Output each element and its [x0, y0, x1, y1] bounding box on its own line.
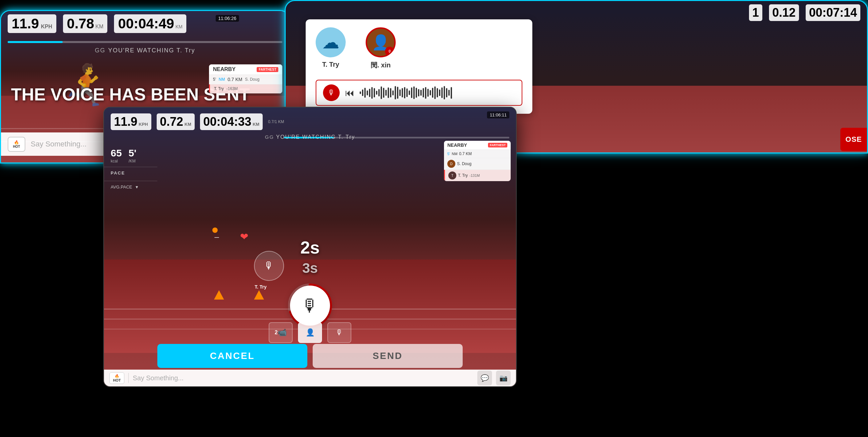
- main-time-box: 00:04:33 KM: [200, 113, 263, 130]
- mic-badge-icon: 🎙: [388, 49, 392, 54]
- right-time-box: 00:07:14: [806, 4, 860, 21]
- wave-bar: [385, 90, 387, 96]
- countdown-bottom: 3s: [302, 260, 318, 276]
- playback-panel: ☁ T. Try 👤 🎙 閔. xin 🎙 ⏮: [306, 19, 532, 114]
- wave-bar: [444, 86, 445, 99]
- main-flame-icon: 🔥: [115, 374, 119, 378]
- mic-record-btn[interactable]: 🎙: [290, 286, 330, 326]
- cloud-icon: ☁: [322, 32, 339, 52]
- cancel-button[interactable]: CANCEL: [157, 344, 307, 368]
- wave-bar: [446, 88, 447, 97]
- voice-action-icon: 🎙: [336, 328, 343, 337]
- minus-btn[interactable]: −: [214, 232, 219, 243]
- main-speed-box: 11.9 KPH: [111, 113, 151, 130]
- playback-user-xin: 👤 🎙 閔. xin: [366, 27, 396, 70]
- bottom-action-btns: 2 📹 👤 🎙: [269, 322, 351, 343]
- mic-button-container[interactable]: 🎙: [287, 282, 333, 329]
- main-timestamp: 11:06:11: [487, 111, 509, 118]
- left-hot-btn[interactable]: 🔥 HOT: [8, 137, 25, 152]
- wave-bar: [441, 87, 443, 98]
- right-num-box: 1: [749, 4, 762, 21]
- camera-num: 2: [275, 329, 278, 336]
- playback-mic-btn[interactable]: 🎙: [323, 84, 340, 101]
- main-nearby-item-1: 5' NM 0.7 KM: [444, 150, 511, 158]
- main-nearby-item-ttry: T T. Try -131M: [444, 170, 511, 181]
- main-say-input[interactable]: Say Something...: [133, 374, 473, 382]
- heart-icon: ❤: [240, 231, 248, 242]
- right-hud: 1 0.12 00:07:14: [749, 4, 860, 21]
- left-hud: 11.9 KPH 0.78 KM 00:04:49 KM: [8, 14, 282, 33]
- wave-bar: [425, 87, 426, 99]
- mic-active-badge: 🎙: [385, 47, 394, 56]
- wave-bar: [409, 90, 410, 95]
- wave-bar: [399, 89, 401, 96]
- chat-icon-btn[interactable]: 💬: [477, 371, 492, 385]
- send-button[interactable]: SEND: [313, 344, 463, 368]
- wave-bar: [378, 89, 380, 96]
- wave-bar: [434, 86, 436, 99]
- countdown-top: 2s: [300, 237, 320, 258]
- left-time-unit: KM: [175, 24, 182, 29]
- wave-bar: [392, 90, 394, 95]
- left-sidebar-stats: 65 kcal 5' /KM PACE AVG.PACE ▼: [104, 144, 157, 193]
- wave-bar: [360, 91, 361, 94]
- voice-action-btn[interactable]: 🎙: [327, 322, 351, 343]
- main-hot-btn[interactable]: 🔥 HOT: [109, 372, 124, 384]
- wave-bar: [404, 87, 405, 98]
- camera-bottom-btn[interactable]: 📷: [496, 371, 511, 385]
- left-nearby-panel: NEARBY FARTHEST 5' NM 0.7 KM S. Doug T. …: [209, 64, 282, 93]
- wave-bar: [367, 90, 368, 95]
- mic-large-icon: 🎙: [301, 296, 319, 316]
- left-time-value: 00:04:49: [118, 16, 174, 32]
- close-btn[interactable]: OSE: [840, 128, 867, 151]
- nearby-dist-doug: 5': [213, 77, 216, 82]
- main-nearby-item-doug: D S. Doug: [444, 158, 511, 170]
- sep-line: [128, 373, 129, 383]
- cone-1: [214, 290, 224, 299]
- close-label: OSE: [845, 135, 862, 144]
- wave-bar: [395, 86, 396, 99]
- left-watching-label: GG YOU'RE WATCHING T. Try: [95, 47, 195, 54]
- pace-section-label: PACE: [111, 171, 151, 175]
- user-name-ttry: T. Try: [322, 61, 339, 68]
- waveform-row: 🎙 ⏮: [316, 80, 522, 106]
- left-timestamp: 11:06:26: [216, 15, 239, 22]
- playback-mic-icon: 🎙: [328, 88, 335, 97]
- left-progress-bar-container: [8, 41, 282, 43]
- avatar-ttry: ☁: [316, 27, 346, 57]
- play-back-btn[interactable]: ⏮: [345, 87, 354, 98]
- left-speed-value: 11.9: [12, 16, 39, 32]
- left-farthest-badge: FARTHEST: [257, 67, 278, 72]
- user-name-xin: 閔. xin: [371, 61, 391, 70]
- main-hud-top: 11:06:11 11.9 KPH 0.72 KM 00:04:33 KM 0.…: [104, 108, 516, 134]
- wave-bar: [406, 88, 408, 97]
- wave-bar: [369, 89, 370, 97]
- wave-bar: [451, 87, 452, 99]
- main-nearby-panel: NEARBY FARTHEST 5' NM 0.7 KM D S. Doug T…: [444, 141, 511, 181]
- camera-action-btn[interactable]: 2 📹: [269, 322, 293, 343]
- main-dist-box: 0.72 KM: [157, 113, 195, 130]
- profile-action-btn[interactable]: 👤: [298, 322, 322, 343]
- main-screen: − ❤ 11:06:11 11.9 KPH 0.72 KM 00:04:33 K…: [103, 107, 517, 387]
- wave-bar: [364, 88, 366, 98]
- left-speed-unit: KPH: [41, 24, 52, 30]
- main-nearby-header: NEARBY FARTHEST: [444, 141, 511, 150]
- nearby-item-ttry: T. Try -163M: [209, 84, 282, 93]
- wave-bar: [388, 87, 389, 98]
- right-dist-box: 0.12: [769, 4, 799, 21]
- avg-pace-label: AVG.PACE: [111, 184, 132, 190]
- main-gg-icon: GG: [265, 134, 276, 140]
- wave-bar: [439, 89, 440, 96]
- wave-bar: [430, 90, 431, 95]
- left-nearby-header: NEARBY FARTHEST: [209, 64, 282, 75]
- flame-icon: 🔥: [14, 140, 19, 145]
- camera-bottom-icon: 📷: [499, 374, 508, 382]
- camera-action-icon: 📹: [278, 328, 287, 337]
- main-progress-sub: 0.7/1 KM: [268, 119, 284, 124]
- playback-user-ttry: ☁ T. Try: [316, 27, 346, 70]
- cone-2: [254, 290, 264, 299]
- recording-ui: 2s 3s 🎙: [287, 237, 333, 329]
- nearby-item-doug: 5' NM 0.7 KM S. Doug: [209, 75, 282, 84]
- player-name-label: T. Try: [255, 284, 267, 290]
- wave-bar: [376, 91, 377, 95]
